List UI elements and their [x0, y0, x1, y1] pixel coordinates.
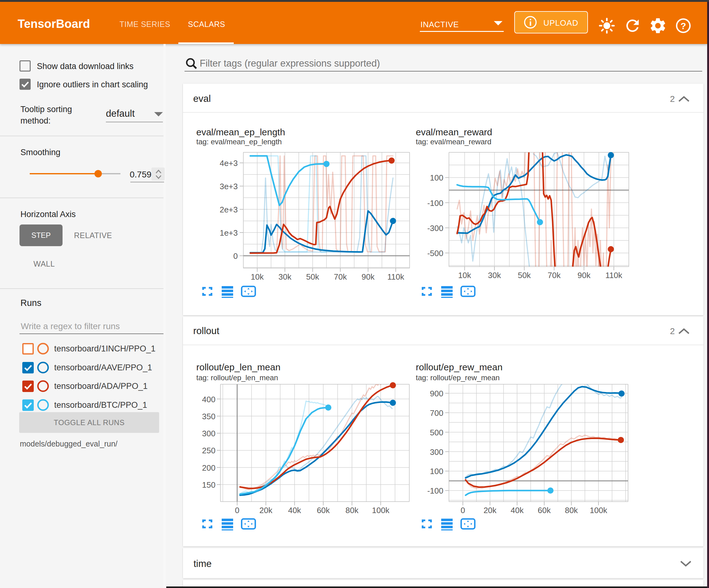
svg-text:700: 700 [430, 408, 443, 418]
svg-text:-100: -100 [427, 199, 443, 208]
svg-text:20k: 20k [259, 506, 273, 515]
svg-text:50k: 50k [518, 271, 531, 280]
svg-text:tag: rollout/ep_rew_mean: tag: rollout/ep_rew_mean [416, 374, 500, 382]
svg-text:90k: 90k [362, 272, 375, 281]
svg-text:110k: 110k [387, 272, 404, 281]
svg-text:-100: -100 [427, 486, 443, 495]
svg-text:80k: 80k [565, 506, 578, 515]
svg-text:30k: 30k [488, 271, 501, 280]
svg-text:rollout/ep_len_mean: rollout/ep_len_mean [196, 362, 281, 372]
svg-text:-500: -500 [427, 249, 443, 258]
svg-text:0: 0 [235, 506, 239, 515]
svg-text:0: 0 [233, 251, 238, 261]
svg-text:350: 350 [202, 412, 215, 421]
svg-text:110k: 110k [605, 271, 622, 280]
svg-text:90k: 90k [577, 271, 591, 280]
svg-text:100k: 100k [590, 506, 607, 515]
svg-text:300: 300 [430, 448, 443, 457]
svg-text:40k: 40k [510, 506, 524, 515]
svg-text:tag: eval/mean_reward: tag: eval/mean_reward [416, 137, 491, 146]
svg-text:eval/mean_ep_length: eval/mean_ep_length [196, 127, 285, 137]
svg-text:80k: 80k [345, 506, 359, 515]
svg-text:20k: 20k [483, 506, 497, 515]
svg-text:30k: 30k [278, 272, 292, 281]
svg-text:40k: 40k [288, 506, 301, 515]
svg-text:50k: 50k [306, 272, 319, 281]
svg-text:150: 150 [202, 480, 215, 489]
svg-text:?: ? [681, 21, 686, 31]
svg-text:0: 0 [461, 506, 465, 515]
svg-text:100k: 100k [372, 506, 390, 515]
svg-text:400: 400 [202, 395, 215, 404]
svg-text:60k: 60k [317, 506, 330, 515]
svg-text:60k: 60k [538, 506, 551, 515]
svg-text:4e+3: 4e+3 [219, 158, 238, 168]
svg-text:2e+3: 2e+3 [219, 205, 238, 214]
svg-text:1e+3: 1e+3 [219, 228, 238, 237]
svg-text:10k: 10k [458, 271, 472, 280]
svg-text:900: 900 [430, 389, 443, 398]
svg-text:100: 100 [430, 467, 443, 476]
svg-text:100: 100 [430, 173, 443, 182]
svg-text:eval/mean_reward: eval/mean_reward [416, 127, 492, 137]
svg-text:tag: rollout/ep_len_mean: tag: rollout/ep_len_mean [196, 374, 278, 382]
svg-text:300: 300 [202, 429, 215, 438]
svg-text:rollout/ep_rew_mean: rollout/ep_rew_mean [416, 362, 502, 372]
svg-text:70k: 70k [548, 271, 561, 280]
svg-text:250: 250 [202, 446, 215, 455]
svg-text:70k: 70k [334, 272, 347, 281]
svg-text:200: 200 [202, 463, 215, 472]
svg-text:tag: eval/mean_ep_length: tag: eval/mean_ep_length [196, 137, 282, 146]
svg-text:3e+3: 3e+3 [219, 182, 238, 191]
svg-text:-300: -300 [427, 224, 443, 233]
svg-text:500: 500 [430, 428, 443, 437]
svg-text:10k: 10k [251, 272, 264, 281]
